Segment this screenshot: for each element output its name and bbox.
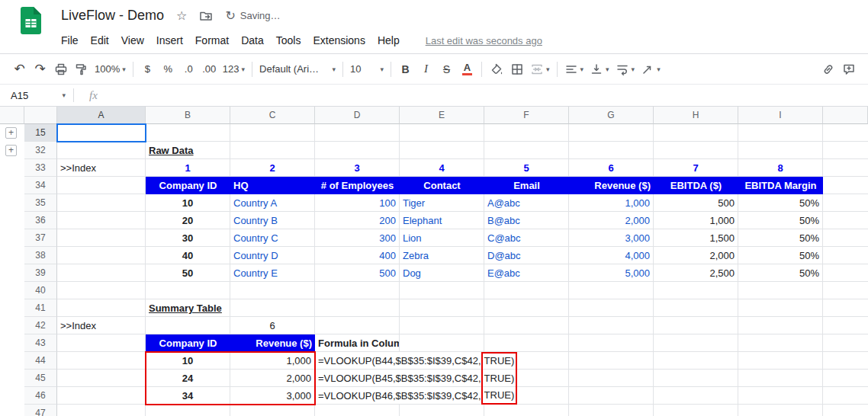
cell[interactable]: [823, 334, 868, 352]
cell[interactable]: [654, 124, 738, 142]
cell[interactable]: [569, 352, 654, 370]
more-formats-button[interactable]: 123 ▾: [220, 59, 248, 80]
cell-F39[interactable]: E@abc: [484, 264, 569, 282]
cell[interactable]: [569, 334, 654, 352]
cell[interactable]: [230, 282, 315, 299]
cell[interactable]: [654, 370, 738, 387]
cell-H38[interactable]: 2,000: [654, 247, 738, 264]
cell[interactable]: [738, 352, 823, 370]
cell-B34[interactable]: Company ID: [146, 177, 230, 194]
row-header-37[interactable]: 37: [24, 229, 57, 247]
column-header-J[interactable]: [823, 107, 868, 124]
cell-I38[interactable]: 50%: [738, 247, 823, 264]
cell[interactable]: [146, 317, 230, 334]
print-button[interactable]: [50, 59, 71, 80]
row-header-43[interactable]: 43: [24, 334, 57, 352]
cell[interactable]: [484, 142, 569, 159]
cell[interactable]: [823, 352, 868, 370]
row-header-46[interactable]: 46: [24, 387, 57, 405]
menu-view[interactable]: View: [115, 31, 150, 50]
cell[interactable]: [400, 282, 484, 299]
row-header-44[interactable]: 44: [24, 352, 57, 370]
cell[interactable]: [57, 334, 146, 352]
cell[interactable]: [569, 370, 654, 387]
cell-H34[interactable]: EBITDA ($): [654, 177, 738, 194]
cell[interactable]: [57, 387, 146, 405]
cell-B32-raw-data-title[interactable]: Raw Data: [146, 142, 230, 159]
cell-C46[interactable]: 3,000: [230, 387, 315, 405]
cell[interactable]: [823, 247, 868, 264]
cell-D43-formula-caption[interactable]: Formula in Column C: [315, 334, 400, 352]
cell-B43[interactable]: Company ID: [146, 334, 230, 352]
cell-C35[interactable]: Country A: [230, 194, 315, 212]
cell-B44[interactable]: 10: [146, 352, 230, 370]
cell-B36[interactable]: 20: [146, 212, 230, 229]
cell[interactable]: [57, 405, 146, 416]
last-edit-link[interactable]: Last edit was seconds ago: [426, 35, 542, 46]
borders-button[interactable]: [506, 59, 527, 80]
cell[interactable]: [400, 334, 484, 352]
horizontal-align-button[interactable]: ▾: [561, 59, 587, 80]
row-header-45[interactable]: 45: [24, 370, 57, 387]
cell-D38[interactable]: 400: [315, 247, 400, 264]
text-color-button[interactable]: A: [457, 59, 477, 80]
cell[interactable]: [654, 282, 738, 299]
cell-A42-index-label[interactable]: >>Index: [57, 317, 146, 334]
vertical-align-button[interactable]: ▾: [587, 59, 612, 80]
cell[interactable]: [484, 299, 569, 317]
cell-C37[interactable]: Country C: [230, 229, 315, 247]
cell-B33[interactable]: 1: [146, 159, 230, 177]
bold-button[interactable]: B: [395, 59, 416, 80]
cell[interactable]: [315, 124, 400, 142]
cell-I34[interactable]: EBITDA Margin: [738, 177, 823, 194]
cell-E35[interactable]: Tiger: [400, 194, 484, 212]
star-icon[interactable]: ☆: [176, 10, 187, 22]
insert-link-button[interactable]: [818, 59, 838, 80]
document-title[interactable]: LiveFlow - Demo: [61, 8, 164, 24]
cell[interactable]: [823, 264, 868, 282]
cell[interactable]: [315, 282, 400, 299]
cell[interactable]: [654, 334, 738, 352]
formula-input[interactable]: [98, 85, 868, 106]
row-header-42[interactable]: 42: [24, 317, 57, 334]
row-header-39[interactable]: 39: [24, 264, 57, 282]
cell-A33-index-label[interactable]: >>Index: [57, 159, 146, 177]
row-header-40[interactable]: 40: [24, 282, 57, 299]
cell[interactable]: [569, 299, 654, 317]
cell-D35[interactable]: 100: [315, 194, 400, 212]
cell[interactable]: [823, 387, 868, 405]
cell-E38[interactable]: Zebra: [400, 247, 484, 264]
merge-cells-button[interactable]: ▾: [527, 59, 553, 80]
cell-I33[interactable]: 8: [738, 159, 823, 177]
cell[interactable]: [57, 177, 146, 194]
column-header-H[interactable]: H: [654, 107, 738, 124]
cell-B39[interactable]: 50: [146, 264, 230, 282]
cell-D34[interactable]: # of Employees: [315, 177, 400, 194]
zoom-select[interactable]: 100% ▾: [92, 59, 129, 80]
cell-E37[interactable]: Lion: [400, 229, 484, 247]
cell-G35[interactable]: 1,000: [569, 194, 654, 212]
cell[interactable]: [823, 299, 868, 317]
cell-H33[interactable]: 7: [654, 159, 738, 177]
insert-comment-button[interactable]: [838, 59, 859, 80]
cell[interactable]: [738, 124, 823, 142]
cell[interactable]: [654, 352, 738, 370]
cell[interactable]: [738, 299, 823, 317]
cell[interactable]: [823, 124, 868, 142]
column-header-F[interactable]: F: [484, 107, 569, 124]
fill-color-button[interactable]: [486, 59, 506, 80]
cell[interactable]: [823, 159, 868, 177]
cell-C42-index-value[interactable]: 6: [230, 317, 315, 334]
cell-D45-formula[interactable]: =VLOOKUP(B45,$B$35:$I$39,C$42,TRUE): [315, 370, 569, 387]
row-header-32[interactable]: 32: [24, 142, 57, 159]
expand-group-button[interactable]: +: [5, 145, 17, 156]
move-to-folder-icon[interactable]: [199, 9, 213, 23]
menu-help[interactable]: Help: [371, 31, 406, 50]
cell[interactable]: [569, 142, 654, 159]
text-rotation-button[interactable]: ▾: [638, 59, 664, 80]
cell[interactable]: [315, 405, 400, 416]
cell-F34[interactable]: Email: [484, 177, 569, 194]
increase-decimal-button[interactable]: .00: [199, 59, 220, 80]
cell[interactable]: [400, 142, 484, 159]
cell-A15[interactable]: [57, 124, 146, 142]
